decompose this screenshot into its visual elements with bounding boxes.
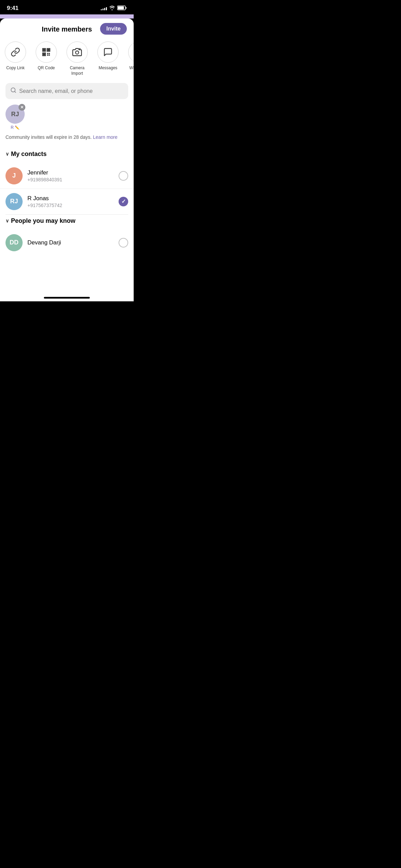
search-icon [10,87,16,95]
expiry-notice: Community invites will expire in 28 days… [0,134,134,148]
share-item-camera-import[interactable]: CameraImport [62,41,93,76]
share-item-qr-code[interactable]: QR Code [31,41,62,76]
my-contacts-title: My contacts [11,150,47,158]
svg-rect-6 [44,49,45,51]
contact-row-r-jonas[interactable]: RJ R Jonas +917567375742 ✓ [0,189,134,214]
contact-row-devang-darji[interactable]: DD Devang Darji [0,230,134,255]
svg-rect-1 [118,6,124,9]
contact-name-devang-darji: Devang Darji [27,239,114,246]
contact-phone-r-jonas: +917567375742 [27,203,114,208]
whatsapp-icon [128,41,134,63]
contact-row-jennifer[interactable]: J Jennifer +919898840391 [0,163,134,189]
whatsapp-label: WhatsApp [129,65,134,71]
qr-code-label: QR Code [38,65,55,71]
selected-contact-chip-rj[interactable]: RJ ✕ R ✏️ [5,105,25,130]
background-peek [0,14,134,19]
camera-import-icon [66,41,88,63]
selected-contacts-area: RJ ✕ R ✏️ [0,105,134,134]
svg-rect-8 [44,54,45,55]
wifi-icon [109,5,115,11]
share-item-copy-link[interactable]: Copy Link [0,41,31,76]
sheet-header: Invite members Invite [0,19,134,39]
contact-phone-jennifer: +919898840391 [27,177,114,182]
contact-select-devang-darji[interactable] [119,238,128,248]
search-bar[interactable] [5,83,128,99]
svg-rect-10 [47,53,48,54]
chip-avatar-rj: RJ ✕ [5,105,25,124]
contact-info-r-jonas: R Jonas +917567375742 [27,195,114,208]
chip-edit-icon: ✏️ [15,125,20,130]
contact-info-devang-darji: Devang Darji [27,239,114,246]
status-time: 9:41 [7,5,19,12]
chip-remove-button[interactable]: ✕ [19,104,25,111]
svg-rect-7 [48,49,49,51]
search-container [0,83,134,105]
people-you-may-know-title: People you may know [11,217,75,225]
share-options-row: Copy Link QR Code [0,39,134,83]
sheet-title: Invite members [42,25,92,33]
learn-more-link[interactable]: Learn more [93,134,118,140]
copy-link-label: Copy Link [6,65,24,71]
copy-link-icon [5,41,26,63]
contact-avatar-jennifer: J [5,167,23,184]
share-item-messages[interactable]: Messages [93,41,123,76]
home-bar [44,297,90,299]
chip-avatar-initials: RJ [11,111,19,118]
status-icons [101,5,127,11]
people-you-may-know-chevron: ∨ [5,218,9,224]
contact-name-r-jonas: R Jonas [27,195,114,202]
contact-select-jennifer[interactable] [119,171,128,181]
svg-point-14 [75,51,78,54]
contact-avatar-r-jonas: RJ [5,193,23,210]
battery-icon [117,5,127,11]
qr-code-icon [36,41,57,63]
search-input[interactable] [19,88,123,94]
contact-avatar-initials: DD [10,239,19,246]
checkmark-icon: ✓ [121,198,126,205]
home-indicator [0,293,134,301]
svg-rect-2 [126,7,127,9]
invite-button[interactable]: Invite [100,23,127,35]
my-contacts-chevron: ∨ [5,151,9,157]
svg-rect-11 [49,53,50,54]
contact-select-r-jonas[interactable]: ✓ [119,197,128,206]
messages-label: Messages [99,65,118,71]
chip-name: R [11,125,14,130]
contact-avatar-initials: J [12,172,16,179]
my-contacts-section-header: ∨ My contacts [0,148,134,163]
contact-name-jennifer: Jennifer [27,169,114,176]
contact-avatar-devang-darji: DD [5,234,23,251]
contact-info-jennifer: Jennifer +919898840391 [27,169,114,182]
people-you-may-know-section-header: ∨ People you may know [0,215,134,230]
status-bar: 9:41 [0,0,134,14]
svg-rect-12 [47,55,48,56]
camera-import-label: CameraImport [70,65,85,76]
contact-avatar-initials: RJ [10,198,18,205]
invite-members-sheet: Invite members Invite Copy Link [0,19,134,293]
svg-rect-13 [49,55,50,56]
signal-icon [101,6,107,10]
chip-label-rj: R ✏️ [11,125,20,130]
messages-icon [97,41,119,63]
share-item-whatsapp[interactable]: WhatsApp [123,41,134,76]
